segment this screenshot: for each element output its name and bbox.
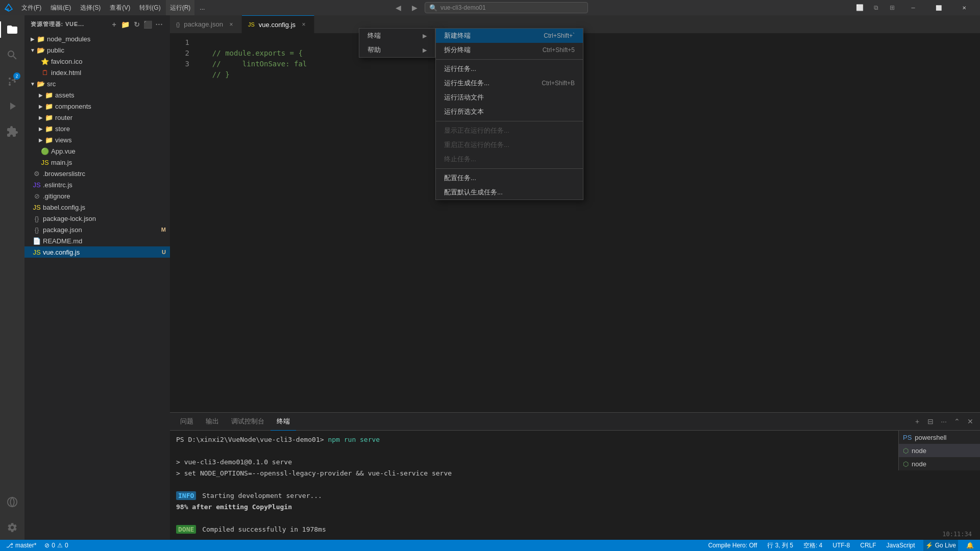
status-go-live[interactable]: ⚡ Go Live [923, 540, 958, 551]
terminal-side-node-2[interactable]: ⬡ node [899, 457, 980, 470]
line-ending-label: CRLF [860, 542, 876, 549]
menu-item-help[interactable]: 帮助 ▶ [359, 43, 435, 57]
terminal-done-line: DONE Compiled successfully in 1978ms [176, 524, 974, 535]
panel-tab-problems[interactable]: 问题 [174, 413, 200, 431]
panel-maximize-btn[interactable]: ⌃ [951, 416, 963, 427]
chevron-right-icon: ▶ [29, 35, 37, 43]
status-encoding[interactable]: UTF-8 [830, 540, 852, 551]
tree-views[interactable]: ▶ 📁 views [24, 134, 170, 145]
new-terminal-btn[interactable]: + [912, 416, 923, 427]
tree-app-vue[interactable]: 🟢 App.vue [24, 145, 170, 157]
menu-select[interactable]: 选择(S) [76, 0, 105, 15]
status-line-ending[interactable]: CRLF [858, 540, 878, 551]
menu-separator [436, 168, 583, 169]
panel-tab-debug-console[interactable]: 调试控制台 [225, 413, 271, 431]
tree-node-modules[interactable]: ▶ 📁 node_modules [24, 33, 170, 44]
tree-router[interactable]: ▶ 📁 router [24, 112, 170, 123]
tree-store[interactable]: ▶ 📁 store [24, 123, 170, 134]
tree-main-js[interactable]: JS main.js [24, 157, 170, 168]
tab-vue-config[interactable]: JS vue.config.js × [242, 15, 314, 33]
json-icon: {} [33, 214, 41, 222]
vue-config-badge: U [162, 249, 166, 255]
tab-close-vue-config[interactable]: × [300, 20, 308, 29]
menu-view[interactable]: 查看(V) [106, 0, 134, 15]
tree-gitignore[interactable]: ⊘ .gitignore [24, 190, 170, 202]
tree-public[interactable]: ▼ 📂 public [24, 44, 170, 56]
panel-tab-output[interactable]: 输出 [200, 413, 225, 431]
new-folder-btn[interactable]: 📁 [121, 20, 130, 29]
layout-btn-2[interactable]: ⧉ [869, 2, 883, 13]
layout-btn-3[interactable]: ⊞ [885, 2, 899, 13]
menu-item-run-task[interactable]: 运行任务... [436, 62, 583, 76]
menu-item-new-terminal[interactable]: 新建终端 Ctrl+Shift+` [436, 29, 583, 43]
menu-label: 终端 [368, 31, 381, 40]
go-live-icon: ⚡ [925, 542, 933, 549]
more-actions-btn[interactable]: ··· [155, 20, 164, 29]
tree-favicon[interactable]: ⭐ favicon.ico [24, 56, 170, 67]
menu-item-split-terminal[interactable]: 拆分终端 Ctrl+Shift+5 [436, 43, 583, 57]
new-file-btn[interactable]: + [110, 20, 119, 29]
panel-tab-terminal[interactable]: 终端 [271, 413, 296, 431]
status-cursor-position[interactable]: 行 3, 列 5 [765, 540, 795, 551]
menu-edit[interactable]: 编辑(E) [46, 0, 75, 15]
tab-package-json[interactable]: {} package.json × [170, 15, 242, 33]
activity-extensions[interactable] [0, 119, 24, 144]
menu-label: 配置任务... [444, 173, 476, 183]
tree-src[interactable]: ▼ 📂 src [24, 78, 170, 89]
sidebar: 资源管理器: VUE... + 📁 ↻ ⬛ ··· ▶ 📁 node_modul… [24, 15, 170, 540]
tree-assets[interactable]: ▶ 📁 assets [24, 89, 170, 101]
activity-run[interactable] [0, 94, 24, 118]
menu-item-terminal[interactable]: 终端 ▶ [359, 29, 435, 43]
menu-more[interactable]: ... [195, 0, 209, 15]
tree-readme[interactable]: 📄 README.md [24, 235, 170, 246]
tree-browserslist[interactable]: ⚙ .browserslistrc [24, 168, 170, 179]
close-button[interactable]: ✕ [952, 0, 976, 15]
menu-file[interactable]: 文件(F) [17, 0, 45, 15]
menu-item-run-build-task[interactable]: 运行生成任务... Ctrl+Shift+B [436, 76, 583, 90]
status-compile-hero[interactable]: Compile Hero: Off [706, 540, 759, 551]
status-indent[interactable]: 空格: 4 [801, 540, 824, 551]
split-terminal-btn[interactable]: ⊟ [925, 416, 936, 427]
panel-close-btn[interactable]: ✕ [965, 416, 976, 427]
menu-item-configure-default-task[interactable]: 配置默认生成任务... [436, 185, 583, 199]
menu-label: 拆分终端 [444, 45, 471, 55]
title-search[interactable]: 🔍 vue-cli3-demo01 [425, 2, 588, 13]
activity-settings[interactable] [0, 515, 24, 540]
menu-item-run-active-file[interactable]: 运行活动文件 [436, 90, 583, 105]
tree-eslintrc[interactable]: JS .eslintrc.js [24, 179, 170, 190]
menu-goto[interactable]: 转到(G) [135, 0, 164, 15]
menu-item-run-selected[interactable]: 运行所选文本 [436, 105, 583, 119]
status-git-branch[interactable]: ⎇ master* [4, 540, 38, 551]
tab-close-package-json[interactable]: × [227, 20, 235, 29]
tree-package-json[interactable]: {} package.json M [24, 224, 170, 235]
layout-btn-1[interactable]: ⬜ [852, 2, 867, 13]
terminal-line: > vue-cli3-demo01@0.1.0 serve [176, 457, 974, 467]
status-errors-warnings[interactable]: ⊘ 0 ⚠ 0 [42, 540, 70, 551]
refresh-btn[interactable]: ↻ [132, 20, 141, 29]
code-editor[interactable]: // module.exports = { // lintOnSave: fal… [195, 33, 980, 412]
forward-button[interactable]: ▶ [408, 2, 421, 14]
more-panel-btn[interactable]: ··· [938, 416, 949, 427]
status-notification[interactable]: 🔔 [964, 540, 976, 551]
activity-explorer[interactable] [0, 17, 24, 42]
menu-item-configure-task[interactable]: 配置任务... [436, 171, 583, 185]
collapse-btn[interactable]: ⬛ [143, 20, 153, 29]
activity-search[interactable] [0, 43, 24, 67]
menu-item-restart-task: 重启正在运行的任务... [436, 138, 583, 152]
tree-package-lock[interactable]: {} package-lock.json [24, 213, 170, 224]
menu-run[interactable]: 运行(R) [166, 0, 195, 15]
status-language[interactable]: JavaScript [885, 540, 917, 551]
tree-babel-config[interactable]: JS babel.config.js [24, 202, 170, 213]
json-icon: {} [33, 226, 41, 234]
tree-components[interactable]: ▶ 📁 components [24, 101, 170, 112]
activity-remote[interactable] [0, 490, 24, 514]
tree-vue-config[interactable]: JS vue.config.js U [24, 246, 170, 258]
terminal-side-node-1[interactable]: ⬡ node [899, 444, 980, 457]
activity-source-control[interactable]: 2 [0, 68, 24, 93]
back-button[interactable]: ◀ [392, 2, 404, 14]
terminal-side-powershell[interactable]: PS powershell [899, 431, 980, 444]
terminal-content[interactable]: PS D:\xinxi2\VueNode\vue-cli3-demo01> np… [170, 431, 980, 540]
maximize-button[interactable]: ⬜ [927, 0, 950, 15]
tree-index-html[interactable]: 🗒 index.html [24, 67, 170, 78]
minimize-button[interactable]: ─ [901, 0, 925, 15]
